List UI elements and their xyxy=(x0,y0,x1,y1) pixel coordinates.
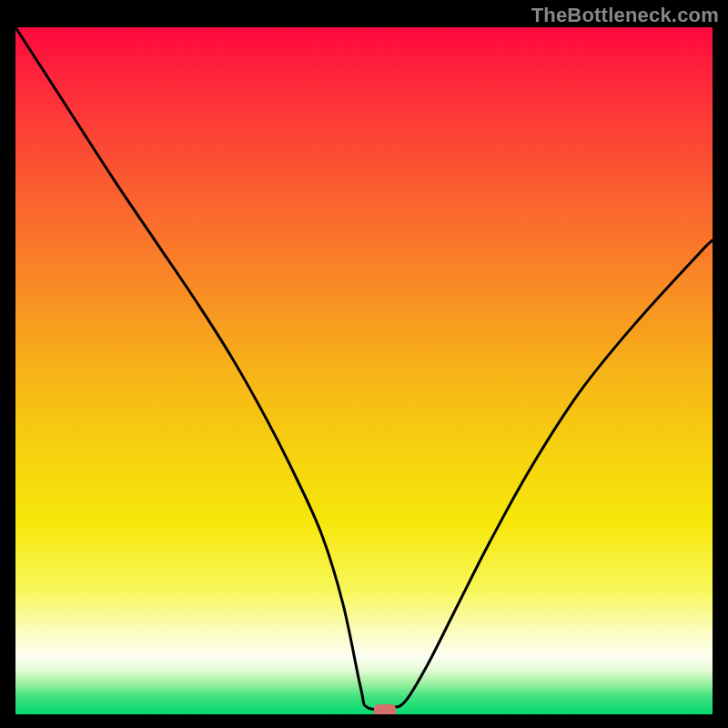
bottleneck-chart xyxy=(15,27,713,714)
chart-frame: TheBottleneck.com xyxy=(0,0,728,728)
gradient-background xyxy=(15,27,713,714)
optimal-point-marker xyxy=(374,704,396,714)
watermark-text: TheBottleneck.com xyxy=(531,4,719,27)
